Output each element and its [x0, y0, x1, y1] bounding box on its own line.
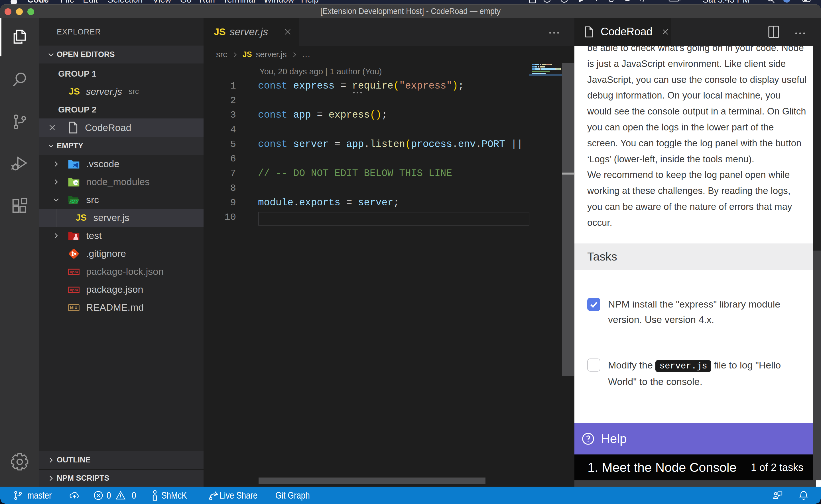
svg-text:JS: JS [73, 181, 78, 185]
svg-text:</>: </> [70, 199, 78, 204]
svg-text:npm: npm [70, 288, 78, 292]
svg-text:npm: npm [70, 270, 78, 274]
